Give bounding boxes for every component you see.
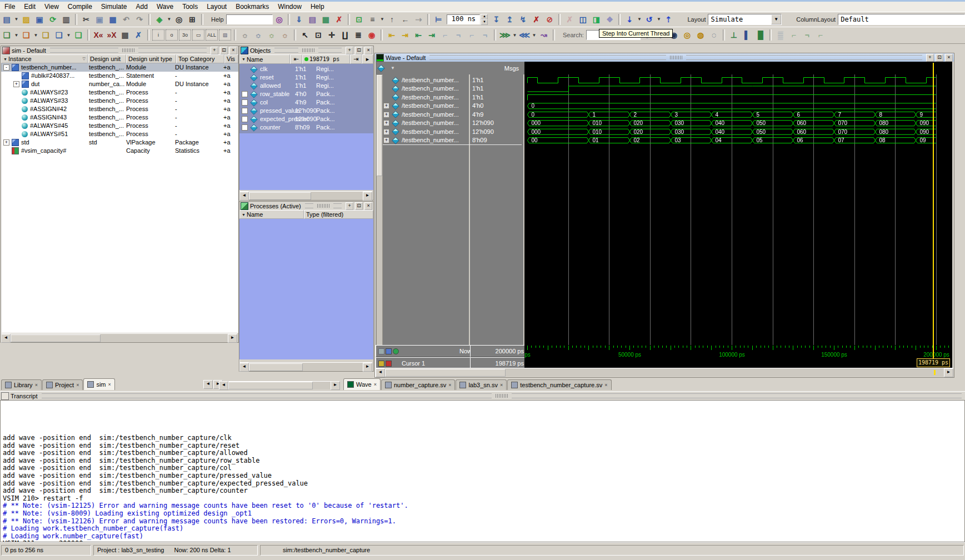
tab-close-icon[interactable]: × xyxy=(448,382,451,388)
signal-states-icon[interactable]: ◉ xyxy=(366,29,378,41)
step-over-icon[interactable]: ↺ xyxy=(643,13,655,26)
tab-close-icon[interactable]: × xyxy=(76,382,79,388)
scroll-thumb[interactable] xyxy=(11,334,101,342)
wave-note-icon[interactable] xyxy=(386,348,392,354)
wave-group-icon[interactable] xyxy=(377,64,385,72)
scroll-thumb[interactable] xyxy=(228,382,313,389)
undock-button[interactable]: + xyxy=(346,47,353,54)
refresh-icon[interactable]: ⟳ xyxy=(47,13,59,26)
scroll-right-button[interactable]: ► xyxy=(944,368,953,377)
zoom-cursor-icon[interactable]: ◎ xyxy=(681,29,693,41)
wave-edge3-icon[interactable]: ⌐ xyxy=(814,29,827,41)
view-memory-icon[interactable]: ❑ xyxy=(20,29,32,41)
view-wave-icon[interactable]: ❑ xyxy=(39,29,52,41)
menu-item[interactable]: Add xyxy=(132,2,152,11)
sep[interactable] xyxy=(769,29,772,41)
tree-expander[interactable]: + xyxy=(13,81,19,87)
step-over-dropdown[interactable]: ▼ xyxy=(656,13,661,26)
open-icon[interactable]: ▨ xyxy=(20,13,32,26)
wave-left-vscrollbar[interactable] xyxy=(376,74,383,346)
processes-panel-titlebar[interactable]: Processes (Active) + ⊡ × xyxy=(239,202,373,210)
compile-dropdown[interactable]: ▼ xyxy=(167,13,172,26)
sim-tree-row[interactable]: #ASSIGN#42 testbench_... Process - +a xyxy=(1,105,238,113)
view-structure-icon[interactable]: ❑ xyxy=(1,29,13,41)
sep[interactable] xyxy=(348,14,350,25)
cursor-label[interactable]: Cursor 1 xyxy=(402,360,425,367)
delete-cursor-icon[interactable]: ⇥ xyxy=(399,29,411,41)
cut-icon[interactable]: ✂ xyxy=(80,13,92,26)
zoom-mode-icon[interactable]: ◌ xyxy=(708,29,720,41)
tree-expander[interactable]: + xyxy=(383,137,389,143)
sort-icon[interactable]: ▽ xyxy=(83,57,86,61)
sep[interactable] xyxy=(494,29,496,41)
tree-expander[interactable]: + xyxy=(242,124,248,131)
mode-hatch-button[interactable]: ▨ xyxy=(219,29,231,41)
find-icon[interactable]: ◎ xyxy=(173,13,185,26)
filter-icon[interactable]: ▩ xyxy=(119,29,131,41)
next-transition-dropdown[interactable]: ▼ xyxy=(532,29,537,41)
add-wave-icon[interactable]: ⇓ xyxy=(293,13,305,26)
new-file-dropdown[interactable]: ▼ xyxy=(14,13,19,26)
wave-bars-icon[interactable]: ▌ xyxy=(741,29,753,41)
undock-button[interactable]: + xyxy=(211,47,218,54)
tab-scroll-left[interactable]: ◄ xyxy=(203,380,213,389)
wave-panel-titlebar[interactable]: Wave - Default + ⊡ × xyxy=(375,53,954,62)
step-into-icon[interactable]: ⇣ xyxy=(623,13,636,26)
tree-expander[interactable]: + xyxy=(3,139,9,146)
docs-icon[interactable]: ▤ xyxy=(306,13,318,26)
panel-tab[interactable]: Project × xyxy=(42,379,83,390)
column-header-design-unit[interactable]: Design unit xyxy=(88,54,126,63)
close-button[interactable]: × xyxy=(364,202,372,210)
sim-tree-row[interactable]: - testbench_number... testbench_... Modu… xyxy=(1,63,238,72)
waveform-area[interactable] xyxy=(524,74,952,345)
panel-tab[interactable]: sim × xyxy=(83,378,114,390)
sep[interactable] xyxy=(553,29,555,41)
wave-cursor-tool-icon[interactable] xyxy=(378,348,384,354)
objects-row[interactable]: clk 1'h1 Regi... xyxy=(239,65,373,73)
tree-expander[interactable]: + xyxy=(242,116,248,122)
undock-button[interactable]: + xyxy=(346,202,353,210)
panel-drag-handle[interactable] xyxy=(512,393,962,398)
wave-group-dropdown[interactable]: ▼ xyxy=(391,66,395,71)
restore-icon[interactable]: ⊨ xyxy=(432,13,444,26)
expand-icon[interactable]: ⊞ xyxy=(186,13,198,26)
back-icon[interactable]: ← xyxy=(399,13,411,26)
redo-icon[interactable]: ↷ xyxy=(133,13,146,26)
scroll-left-button[interactable]: ◄ xyxy=(1,334,11,343)
sep[interactable] xyxy=(201,14,203,25)
filter-icon[interactable]: ▼ xyxy=(242,213,246,217)
tree-expander[interactable]: - xyxy=(3,64,9,71)
transcript-titlebar[interactable]: Transcript xyxy=(0,391,965,400)
wave-signal-row[interactable]: +/testbench_number... xyxy=(383,136,469,144)
scroll-left-button[interactable]: ◄ xyxy=(376,368,385,377)
layout-select[interactable]: Simulate ▼ xyxy=(708,14,782,25)
sim-hscrollbar[interactable]: ◄ ► xyxy=(1,333,237,342)
close-button[interactable]: × xyxy=(364,47,372,54)
zoom-button[interactable]: ⊡ xyxy=(220,47,228,54)
panel-drag-handle[interactable] xyxy=(42,393,492,398)
menu-item[interactable]: Edit xyxy=(19,2,40,11)
close-button[interactable]: × xyxy=(229,47,237,54)
timeline-canvas[interactable] xyxy=(524,345,952,359)
select-box-icon[interactable]: ⊡ xyxy=(312,29,324,41)
gear-run-icon[interactable]: ☼ xyxy=(239,29,251,41)
scroll-thumb[interactable] xyxy=(377,75,382,176)
menu-item[interactable]: File xyxy=(0,2,19,11)
sim-tree-row[interactable]: + dut number_ca... Module DU Instance +a xyxy=(1,80,238,88)
now-lock-icon[interactable]: ⇥ xyxy=(350,54,362,64)
scroll-left-button[interactable]: ◄ xyxy=(239,192,249,201)
columnlayout-select[interactable]: Default xyxy=(838,14,965,25)
run-continue-icon[interactable]: ↥ xyxy=(503,13,516,26)
find-transition-icon[interactable]: ↝ xyxy=(538,29,550,41)
tab-close-icon[interactable]: × xyxy=(35,382,38,388)
sim-tree-row[interactable]: #ALWAYS#23 testbench_... Process - +a xyxy=(1,88,238,97)
mode-o-button[interactable]: o xyxy=(166,29,178,41)
objects-panel-titlebar[interactable]: Objects + ⊡ × xyxy=(239,46,373,54)
sep[interactable] xyxy=(427,14,429,25)
objects-row[interactable]: + pressed_value 12'h090 Pack... xyxy=(239,107,373,115)
view-list-icon[interactable]: ❑ xyxy=(53,29,65,41)
help-find-icon[interactable]: ◎ xyxy=(273,13,286,26)
column-header-vis[interactable]: Vis xyxy=(224,54,238,63)
objects-row[interactable]: + row_stable 4'h0 Pack... xyxy=(239,90,373,98)
panel-drag-dots[interactable] xyxy=(317,204,329,208)
